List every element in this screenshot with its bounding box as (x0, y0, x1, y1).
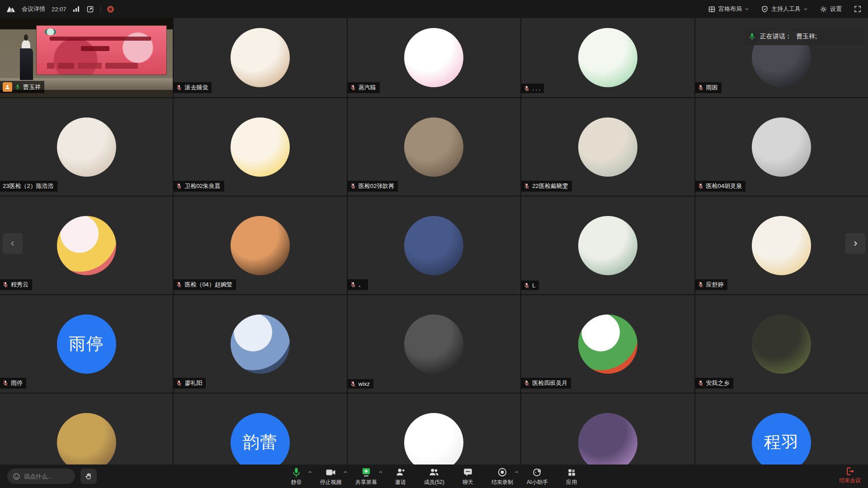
participant-name: 卫检02朱良晨 (184, 182, 220, 190)
mic-muted-icon (698, 183, 703, 189)
toolbar-stop-record-button[interactable]: 结束录制 (491, 467, 513, 486)
host-badge (3, 82, 12, 92)
participant-tile[interactable]: 。 (348, 197, 520, 294)
participant-name: 医检04胡灵泉 (706, 182, 742, 190)
participant-avatar (231, 28, 290, 87)
participant-avatar (578, 216, 637, 275)
chat-icon (463, 467, 473, 477)
participant-tile[interactable]: 廖礼阳 (174, 295, 346, 393)
participant-name-tag: 曹玉祥 (0, 81, 44, 93)
speaking-toast: 正在讲话： 曹玉祥; (743, 28, 864, 45)
host-tools-label: 主持人工具 (771, 5, 801, 13)
participant-avatar: 程羽 (752, 413, 811, 472)
participant-tile[interactable]: 安我之乡 (695, 295, 868, 393)
participant-tile[interactable]: 应舒婷 (695, 197, 868, 294)
participant-tile[interactable]: 医检四班吴月 (521, 295, 694, 393)
raise-hand-button[interactable] (80, 469, 97, 484)
participant-avatar (57, 216, 116, 275)
toolbar-iconwrap (463, 467, 473, 478)
quick-chat-input[interactable] (24, 473, 67, 480)
layout-menu[interactable]: 宫格布局 (708, 5, 749, 13)
toolbar-iconwrap (361, 467, 371, 478)
mic-muted-icon (176, 84, 182, 91)
toolbar-share-screen-button[interactable]: 共享屏幕 (355, 467, 377, 486)
participant-name-tag: 应舒婷 (695, 279, 727, 290)
participant-name: 雨停 (11, 379, 23, 387)
participant-tile[interactable]: . . . (521, 18, 694, 97)
participant-name-tag: 22医检戴晓雯 (521, 181, 571, 192)
chevron-up-icon[interactable] (378, 470, 383, 474)
participant-tile[interactable]: 滚去睡觉 (174, 18, 346, 97)
toolbar-iconwrap (429, 467, 439, 478)
speaking-toast-prefix: 正在讲话： (760, 33, 792, 41)
emoji-icon[interactable] (13, 473, 20, 480)
participant-name: 医检四班吴月 (532, 379, 567, 387)
participant-avatar: 韵蕾 (231, 413, 290, 472)
participant-avatar (404, 28, 463, 87)
participant-name: 23医检（2）陈浩浩 (3, 182, 54, 190)
participant-tile[interactable]: 曹玉祥 (0, 18, 173, 97)
host-person-icon (5, 84, 10, 90)
meeting-details-link[interactable]: 会议详情 (22, 5, 45, 13)
previous-page-button[interactable] (3, 233, 23, 254)
app-logo-icon (6, 5, 15, 13)
participant-tile[interactable]: 蒸汽猫 (348, 18, 520, 97)
participant-avatar (752, 216, 811, 275)
popout-window-icon[interactable] (86, 5, 94, 13)
host-tools-menu[interactable]: 主持人工具 (761, 5, 808, 13)
toolbar-iconwrap (567, 467, 576, 478)
toolbar-label: AI小助手 (527, 479, 548, 486)
layout-menu-label: 宫格布局 (718, 5, 742, 13)
settings-label: 设置 (830, 5, 842, 13)
participant-name-tag: 程秀云 (0, 279, 32, 290)
settings-menu[interactable]: 设置 (820, 5, 842, 13)
mic-muted-icon (698, 84, 703, 91)
participant-tile[interactable]: wixz (348, 295, 520, 393)
participant-name: 雨困 (706, 84, 718, 92)
fullscreen-icon[interactable] (854, 5, 862, 13)
quick-chat-box[interactable] (7, 469, 75, 484)
mic-muted-icon (176, 183, 182, 189)
participant-avatar (404, 216, 463, 275)
participant-name-tag: 滚去睡觉 (174, 82, 212, 93)
toolbar-members-button[interactable]: 成员(52) (424, 467, 444, 486)
next-page-button[interactable] (845, 233, 865, 254)
participant-name-tag: 雨困 (695, 82, 722, 93)
participant-name: 应舒婷 (706, 281, 724, 289)
toolbar-stop-video-button[interactable]: 停止视频 (320, 467, 342, 486)
participant-avatar (404, 117, 463, 177)
screen-subtitle-line (81, 46, 109, 51)
participant-tile[interactable]: 医检04胡灵泉 (695, 98, 868, 196)
end-meeting-label: 结束会议 (839, 477, 861, 484)
participant-avatar (231, 216, 290, 275)
participant-tile[interactable]: 程秀云 (0, 197, 173, 294)
participant-tile[interactable]: 医检（04）赵婉莹 (174, 197, 346, 294)
mic-muted-icon (698, 380, 703, 386)
participant-tile[interactable]: 23医检（2）陈浩浩 (0, 98, 173, 196)
participant-tile[interactable]: 22医检戴晓雯 (521, 98, 694, 196)
screen-skyline (47, 63, 138, 69)
participant-tile[interactable]: L (521, 197, 694, 294)
toolbar-actions: 静音停止视频共享屏幕邀请成员(52)聊天结束录制AI小助手应用 (287, 465, 582, 488)
participant-tile[interactable]: 雨停雨停 (0, 295, 173, 393)
chevron-up-icon[interactable] (308, 470, 312, 474)
participant-avatar (578, 413, 637, 472)
participant-avatar (752, 314, 811, 374)
chevron-up-icon[interactable] (514, 470, 519, 474)
toolbar-mute-button[interactable]: 静音 (287, 467, 307, 486)
toolbar-chat-button[interactable]: 聊天 (458, 467, 478, 486)
mic-muted-icon (524, 380, 529, 386)
participant-name-tag: 廖礼阳 (174, 378, 206, 389)
participant-tile[interactable]: 医检02张歆苒 (348, 98, 520, 196)
toolbar-apps-button[interactable]: 应用 (561, 467, 581, 486)
participant-name: 曹玉祥 (23, 83, 41, 91)
toolbar-label: 结束录制 (491, 479, 513, 486)
toolbar-ai-assistant-button[interactable]: AI小助手 (527, 467, 548, 486)
toolbar-invite-button[interactable]: 邀请 (391, 467, 410, 486)
end-meeting-button[interactable]: 结束会议 (839, 467, 861, 484)
participant-name-tag: L (521, 281, 539, 290)
participant-tile[interactable]: 卫检02朱良晨 (174, 98, 346, 196)
mic-active-icon (749, 33, 755, 41)
shield-check-icon (761, 5, 769, 13)
chevron-up-icon[interactable] (343, 470, 348, 474)
